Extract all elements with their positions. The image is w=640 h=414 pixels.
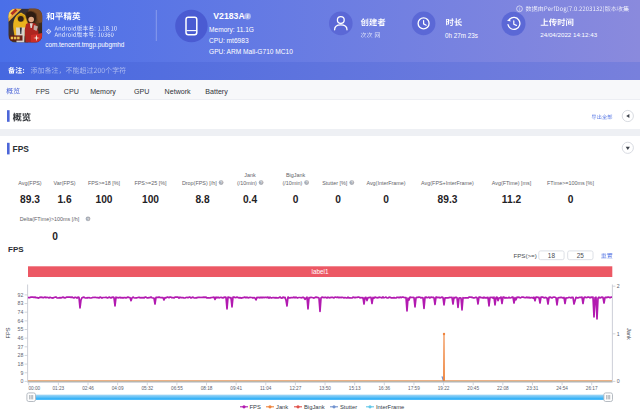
svg-text:0: 0 <box>52 231 58 242</box>
svg-text:Stutter: Stutter <box>340 404 357 410</box>
svg-text:0: 0 <box>335 194 341 205</box>
svg-text:0: 0 <box>383 194 389 205</box>
svg-text:00:00: 00:00 <box>28 386 40 391</box>
svg-text:89.3: 89.3 <box>438 194 458 205</box>
svg-text:13:50: 13:50 <box>319 386 331 391</box>
svg-text:18: 18 <box>18 361 24 367</box>
svg-text:Avg(FPS): Avg(FPS) <box>18 180 41 186</box>
svg-text:18: 18 <box>548 252 556 259</box>
svg-text:08:18: 08:18 <box>201 386 213 391</box>
svg-text:09:41: 09:41 <box>230 386 242 391</box>
svg-text:20:45: 20:45 <box>467 386 479 391</box>
svg-text:Avg(FTime) [ms]: Avg(FTime) [ms] <box>492 180 532 186</box>
svg-text:Var(FPS): Var(FPS) <box>53 180 75 186</box>
svg-text:Network: Network <box>165 88 191 96</box>
svg-text:0: 0 <box>293 194 299 205</box>
svg-text:Stutter [%]: Stutter [%] <box>322 180 348 186</box>
svg-text:24:54: 24:54 <box>556 386 568 391</box>
svg-text:(/10min): (/10min) <box>237 180 257 186</box>
svg-text:com.tencent.tmgp.pubgmhd: com.tencent.tmgp.pubgmhd <box>45 41 125 49</box>
svg-text:8.8: 8.8 <box>195 194 209 205</box>
svg-text:(/10min): (/10min) <box>282 180 302 186</box>
svg-text:Battery: Battery <box>205 88 228 96</box>
svg-text:05:32: 05:32 <box>141 386 153 391</box>
svg-text:74: 74 <box>18 309 24 315</box>
svg-text:0h 27m 23s: 0h 27m 23s <box>445 32 478 39</box>
svg-text:Memory: 11.1G: Memory: 11.1G <box>209 26 254 34</box>
svg-text:BigJank: BigJank <box>304 404 325 410</box>
svg-text:01:23: 01:23 <box>53 386 65 391</box>
svg-text:89.3: 89.3 <box>20 194 40 205</box>
svg-text:12:27: 12:27 <box>290 386 302 391</box>
svg-text:92: 92 <box>18 292 24 298</box>
svg-text:Jank: Jank <box>244 172 256 178</box>
svg-text:0: 0 <box>21 378 24 384</box>
svg-text:2: 2 <box>617 283 620 289</box>
svg-text:FPS(>=): FPS(>=) <box>513 252 536 259</box>
svg-text:0: 0 <box>568 194 574 205</box>
svg-text:100: 100 <box>142 194 159 205</box>
svg-text:25: 25 <box>577 252 585 259</box>
svg-text:02:46: 02:46 <box>82 386 94 391</box>
svg-text:Jank: Jank <box>626 328 632 340</box>
svg-text:FPS: FPS <box>13 144 30 154</box>
svg-text:Delta(FTime)>100ms [/h]: Delta(FTime)>100ms [/h] <box>20 216 80 222</box>
svg-text:16:36: 16:36 <box>378 386 390 391</box>
svg-text:Avg(FPS+InterFrame): Avg(FPS+InterFrame) <box>421 180 474 186</box>
svg-text:83: 83 <box>18 300 24 306</box>
svg-text:FPS: FPS <box>8 245 24 254</box>
svg-text:9: 9 <box>21 370 24 376</box>
svg-text:23:31: 23:31 <box>527 386 539 391</box>
svg-text:FPS: FPS <box>5 327 11 338</box>
svg-text:46: 46 <box>18 335 24 341</box>
svg-text:15:13: 15:13 <box>349 386 361 391</box>
svg-text:FPS: FPS <box>250 404 261 410</box>
svg-text:FPS>=18 [%]: FPS>=18 [%] <box>88 180 121 186</box>
svg-text:28: 28 <box>18 352 24 358</box>
svg-text:FPS>=25 [%]: FPS>=25 [%] <box>134 180 167 186</box>
svg-text:CPU: mt6983: CPU: mt6983 <box>209 37 249 44</box>
svg-text:Avg(InterFrame): Avg(InterFrame) <box>366 180 405 186</box>
svg-text:V2183A: V2183A <box>213 11 245 21</box>
svg-text:Jank: Jank <box>276 404 288 410</box>
svg-text:37: 37 <box>18 344 24 350</box>
svg-text:Memory: Memory <box>90 88 116 96</box>
svg-text:11.2: 11.2 <box>502 194 522 205</box>
svg-text:17:59: 17:59 <box>408 386 420 391</box>
svg-text:06:55: 06:55 <box>171 386 183 391</box>
svg-text:22:08: 22:08 <box>497 386 509 391</box>
svg-text:FTime>=100ms [%]: FTime>=100ms [%] <box>547 180 594 186</box>
svg-text:0.4: 0.4 <box>243 194 257 205</box>
svg-text:19:22: 19:22 <box>438 386 450 391</box>
svg-text:BigJank: BigJank <box>286 172 305 178</box>
svg-text:GPU: GPU <box>134 88 149 96</box>
svg-text:0: 0 <box>617 378 620 384</box>
svg-text:24/04/2022 14:12:43: 24/04/2022 14:12:43 <box>540 31 597 38</box>
svg-text:i: i <box>519 7 520 12</box>
svg-text:26:17: 26:17 <box>586 386 598 391</box>
svg-text:FPS: FPS <box>36 88 50 96</box>
svg-text:1.6: 1.6 <box>57 194 71 205</box>
svg-text:64: 64 <box>18 318 24 324</box>
svg-text:11:04: 11:04 <box>260 386 272 391</box>
svg-text:1: 1 <box>617 331 620 337</box>
svg-text:CPU: CPU <box>64 88 79 96</box>
svg-text:InterFrame: InterFrame <box>376 404 404 410</box>
svg-text:04:09: 04:09 <box>112 386 124 391</box>
svg-text:55: 55 <box>18 326 24 332</box>
svg-text:GPU: ARM Mali-G710 MC10: GPU: ARM Mali-G710 MC10 <box>209 48 293 55</box>
svg-text:label1: label1 <box>311 268 329 275</box>
svg-text:Drop(FPS) [/h]: Drop(FPS) [/h] <box>182 180 217 186</box>
svg-text:100: 100 <box>96 194 113 205</box>
